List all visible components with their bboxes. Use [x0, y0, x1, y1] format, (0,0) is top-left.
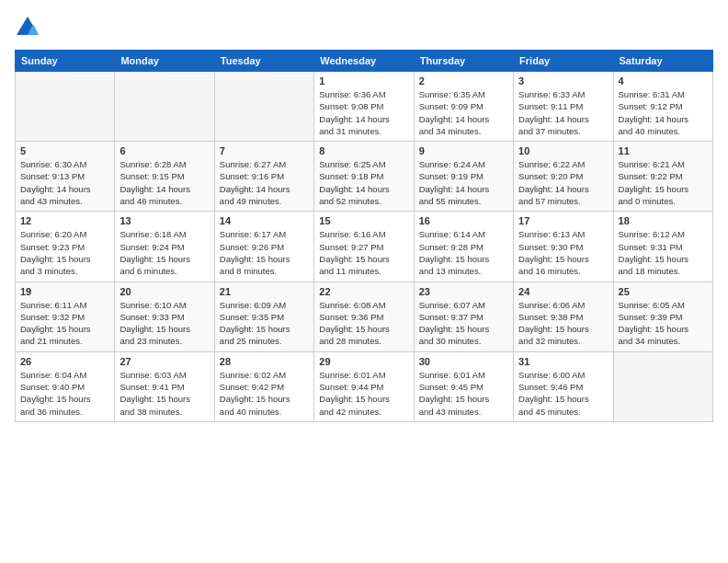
day-info: Sunrise: 6:22 AM Sunset: 9:20 PM Dayligh… — [518, 158, 608, 207]
day-number: 28 — [220, 356, 309, 367]
day-number: 15 — [319, 215, 408, 226]
weekday-header: Friday — [514, 51, 613, 72]
day-number: 2 — [419, 75, 508, 86]
day-number: 19 — [20, 286, 109, 297]
calendar-cell: 16Sunrise: 6:14 AM Sunset: 9:28 PM Dayli… — [414, 212, 513, 282]
day-info: Sunrise: 6:31 AM Sunset: 9:12 PM Dayligh… — [619, 88, 708, 137]
weekday-header: Monday — [115, 51, 214, 72]
calendar-body: 1Sunrise: 6:36 AM Sunset: 9:08 PM Daylig… — [16, 72, 713, 422]
day-info: Sunrise: 6:16 AM Sunset: 9:27 PM Dayligh… — [319, 228, 408, 277]
day-number: 1 — [319, 75, 408, 86]
calendar-cell: 19Sunrise: 6:11 AM Sunset: 9:32 PM Dayli… — [16, 282, 115, 351]
day-number: 14 — [220, 215, 309, 226]
day-number: 21 — [220, 286, 309, 297]
day-number: 18 — [619, 215, 708, 226]
day-number: 8 — [319, 145, 408, 156]
day-number: 4 — [619, 75, 708, 86]
day-info: Sunrise: 6:01 AM Sunset: 9:44 PM Dayligh… — [319, 369, 408, 418]
day-info: Sunrise: 6:10 AM Sunset: 9:33 PM Dayligh… — [119, 299, 209, 348]
day-number: 22 — [319, 286, 408, 297]
day-info: Sunrise: 6:21 AM Sunset: 9:22 PM Dayligh… — [619, 158, 708, 207]
calendar-cell: 2Sunrise: 6:35 AM Sunset: 9:09 PM Daylig… — [414, 72, 513, 142]
day-info: Sunrise: 6:20 AM Sunset: 9:23 PM Dayligh… — [20, 228, 109, 277]
day-number: 9 — [419, 145, 508, 156]
calendar-cell: 17Sunrise: 6:13 AM Sunset: 9:30 PM Dayli… — [514, 212, 613, 282]
day-info: Sunrise: 6:02 AM Sunset: 9:42 PM Dayligh… — [220, 369, 309, 418]
calendar-week-row: 5Sunrise: 6:30 AM Sunset: 9:13 PM Daylig… — [16, 142, 713, 212]
day-info: Sunrise: 6:17 AM Sunset: 9:26 PM Dayligh… — [220, 228, 309, 277]
day-info: Sunrise: 6:13 AM Sunset: 9:30 PM Dayligh… — [518, 228, 608, 277]
weekday-header: Wednesday — [314, 51, 414, 72]
weekday-row: SundayMondayTuesdayWednesdayThursdayFrid… — [16, 51, 713, 72]
calendar-cell: 18Sunrise: 6:12 AM Sunset: 9:31 PM Dayli… — [613, 212, 712, 282]
calendar-cell: 27Sunrise: 6:03 AM Sunset: 9:41 PM Dayli… — [115, 351, 214, 421]
weekday-header: Sunday — [16, 51, 115, 72]
calendar: SundayMondayTuesdayWednesdayThursdayFrid… — [15, 50, 713, 422]
day-info: Sunrise: 6:05 AM Sunset: 9:39 PM Dayligh… — [619, 299, 708, 348]
header — [15, 15, 713, 40]
calendar-week-row: 19Sunrise: 6:11 AM Sunset: 9:32 PM Dayli… — [16, 282, 713, 351]
calendar-cell: 10Sunrise: 6:22 AM Sunset: 9:20 PM Dayli… — [514, 142, 613, 212]
weekday-header: Saturday — [613, 51, 712, 72]
calendar-week-row: 1Sunrise: 6:36 AM Sunset: 9:08 PM Daylig… — [16, 72, 713, 142]
calendar-cell: 22Sunrise: 6:08 AM Sunset: 9:36 PM Dayli… — [314, 282, 414, 351]
calendar-cell: 7Sunrise: 6:27 AM Sunset: 9:16 PM Daylig… — [214, 142, 313, 212]
day-number: 30 — [419, 356, 508, 367]
day-number: 27 — [119, 356, 209, 367]
day-info: Sunrise: 6:35 AM Sunset: 9:09 PM Dayligh… — [419, 88, 508, 137]
calendar-cell: 26Sunrise: 6:04 AM Sunset: 9:40 PM Dayli… — [16, 351, 115, 421]
calendar-header: SundayMondayTuesdayWednesdayThursdayFrid… — [16, 51, 713, 72]
calendar-cell — [16, 72, 115, 142]
day-info: Sunrise: 6:08 AM Sunset: 9:36 PM Dayligh… — [319, 299, 408, 348]
day-number: 29 — [319, 356, 408, 367]
day-number: 16 — [419, 215, 508, 226]
day-number: 31 — [518, 356, 608, 367]
calendar-cell: 12Sunrise: 6:20 AM Sunset: 9:23 PM Dayli… — [16, 212, 115, 282]
day-number: 7 — [220, 145, 309, 156]
calendar-week-row: 12Sunrise: 6:20 AM Sunset: 9:23 PM Dayli… — [16, 212, 713, 282]
day-info: Sunrise: 6:25 AM Sunset: 9:18 PM Dayligh… — [319, 158, 408, 207]
day-info: Sunrise: 6:01 AM Sunset: 9:45 PM Dayligh… — [419, 369, 508, 418]
calendar-cell: 9Sunrise: 6:24 AM Sunset: 9:19 PM Daylig… — [414, 142, 513, 212]
logo-icon — [15, 15, 40, 40]
day-number: 12 — [20, 215, 109, 226]
calendar-cell: 21Sunrise: 6:09 AM Sunset: 9:35 PM Dayli… — [214, 282, 313, 351]
day-number: 13 — [119, 215, 209, 226]
day-info: Sunrise: 6:14 AM Sunset: 9:28 PM Dayligh… — [419, 228, 508, 277]
calendar-cell: 31Sunrise: 6:00 AM Sunset: 9:46 PM Dayli… — [514, 351, 613, 421]
calendar-cell — [214, 72, 313, 142]
day-number: 23 — [419, 286, 508, 297]
day-number: 11 — [619, 145, 708, 156]
day-info: Sunrise: 6:24 AM Sunset: 9:19 PM Dayligh… — [419, 158, 508, 207]
day-number: 20 — [119, 286, 209, 297]
day-number: 6 — [119, 145, 209, 156]
day-number: 25 — [619, 286, 708, 297]
day-info: Sunrise: 6:36 AM Sunset: 9:08 PM Dayligh… — [319, 88, 408, 137]
calendar-cell: 15Sunrise: 6:16 AM Sunset: 9:27 PM Dayli… — [314, 212, 414, 282]
day-info: Sunrise: 6:04 AM Sunset: 9:40 PM Dayligh… — [20, 369, 109, 418]
calendar-cell: 5Sunrise: 6:30 AM Sunset: 9:13 PM Daylig… — [16, 142, 115, 212]
calendar-cell: 28Sunrise: 6:02 AM Sunset: 9:42 PM Dayli… — [214, 351, 313, 421]
day-info: Sunrise: 6:18 AM Sunset: 9:24 PM Dayligh… — [119, 228, 209, 277]
day-number: 24 — [518, 286, 608, 297]
calendar-cell: 29Sunrise: 6:01 AM Sunset: 9:44 PM Dayli… — [314, 351, 414, 421]
day-info: Sunrise: 6:07 AM Sunset: 9:37 PM Dayligh… — [419, 299, 508, 348]
calendar-cell: 8Sunrise: 6:25 AM Sunset: 9:18 PM Daylig… — [314, 142, 414, 212]
day-info: Sunrise: 6:12 AM Sunset: 9:31 PM Dayligh… — [619, 228, 708, 277]
day-number: 5 — [20, 145, 109, 156]
calendar-cell: 24Sunrise: 6:06 AM Sunset: 9:38 PM Dayli… — [514, 282, 613, 351]
calendar-cell — [115, 72, 214, 142]
calendar-cell: 23Sunrise: 6:07 AM Sunset: 9:37 PM Dayli… — [414, 282, 513, 351]
page: SundayMondayTuesdayWednesdayThursdayFrid… — [0, 0, 728, 563]
day-number: 3 — [518, 75, 608, 86]
calendar-cell: 20Sunrise: 6:10 AM Sunset: 9:33 PM Dayli… — [115, 282, 214, 351]
calendar-cell: 30Sunrise: 6:01 AM Sunset: 9:45 PM Dayli… — [414, 351, 513, 421]
day-info: Sunrise: 6:28 AM Sunset: 9:15 PM Dayligh… — [119, 158, 209, 207]
calendar-cell: 14Sunrise: 6:17 AM Sunset: 9:26 PM Dayli… — [214, 212, 313, 282]
day-info: Sunrise: 6:09 AM Sunset: 9:35 PM Dayligh… — [220, 299, 309, 348]
calendar-cell: 13Sunrise: 6:18 AM Sunset: 9:24 PM Dayli… — [115, 212, 214, 282]
calendar-week-row: 26Sunrise: 6:04 AM Sunset: 9:40 PM Dayli… — [16, 351, 713, 421]
day-info: Sunrise: 6:00 AM Sunset: 9:46 PM Dayligh… — [518, 369, 608, 418]
day-info: Sunrise: 6:30 AM Sunset: 9:13 PM Dayligh… — [20, 158, 109, 207]
calendar-cell: 1Sunrise: 6:36 AM Sunset: 9:08 PM Daylig… — [314, 72, 414, 142]
